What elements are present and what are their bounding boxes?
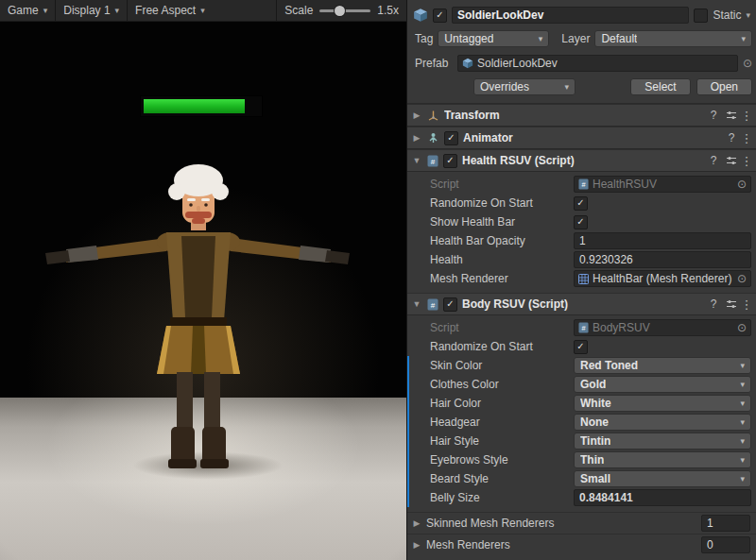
mesh-renderers-foldout[interactable]: ▶ Mesh Renderers [407, 534, 756, 555]
dropdown-value: Thin [580, 453, 604, 467]
scale-slider-knob[interactable] [335, 6, 345, 16]
open-button-label: Open [711, 80, 738, 93]
skinned-mesh-renderers-count[interactable] [701, 515, 750, 532]
presets-icon[interactable] [725, 298, 738, 310]
aspect-dropdown[interactable]: Free Aspect ▾ [128, 0, 277, 21]
chevron-down-icon: ▾ [741, 34, 746, 43]
show-health-bar-row: Show Health Bar ✓ [407, 212, 756, 231]
script-name: HealthRSUV [593, 178, 733, 191]
kebab-menu-icon[interactable]: ⋮ [743, 131, 750, 145]
prefab-object-field[interactable]: SoldierLookDev [457, 55, 738, 72]
field-label: Script [407, 178, 574, 191]
check-icon: ✓ [576, 198, 584, 208]
help-icon[interactable]: ? [707, 154, 720, 167]
skin-color-row: Skin Color Red Toned ▾ [407, 356, 756, 375]
script-icon: # [427, 155, 438, 167]
headgear-dropdown[interactable]: None ▾ [574, 414, 751, 431]
chevron-down-icon: ▾ [740, 417, 745, 427]
help-icon[interactable]: ? [707, 297, 720, 311]
layer-dropdown[interactable]: Default ▾ [594, 30, 752, 47]
skin-color-dropdown[interactable]: Red Toned ▾ [574, 357, 751, 374]
game-view-pane: Game ▾ Display 1 ▾ Free Aspect ▾ Scale 1… [0, 0, 407, 560]
foldout-icon[interactable]: ▼ [411, 156, 422, 165]
randomize-on-start-checkbox[interactable]: ✓ [574, 196, 588, 211]
foldout-icon[interactable]: ▶ [411, 540, 422, 550]
gameobject-name-input[interactable] [452, 7, 689, 24]
skinned-mesh-renderers-foldout[interactable]: ▶ Skinned Mesh Renderers [407, 512, 756, 534]
select-button[interactable]: Select [630, 78, 690, 95]
component-title: Body RSUV (Script) [462, 297, 702, 311]
game-tab-dropdown[interactable]: Game ▾ [0, 0, 56, 21]
display-dropdown[interactable]: Display 1 ▾ [56, 0, 128, 21]
health-bar-opacity-input[interactable] [574, 232, 751, 249]
body-enabled-checkbox[interactable]: ✓ [443, 297, 457, 312]
hair-style-dropdown[interactable]: Tintin ▾ [574, 433, 751, 450]
belly-size-row: Belly Size [407, 488, 756, 507]
object-picker-icon[interactable]: ⊙ [737, 272, 747, 285]
object-picker-icon[interactable]: ⊙ [737, 178, 747, 191]
clothes-color-dropdown[interactable]: Gold ▾ [574, 376, 751, 393]
script-object-field: # BodyRSUV ⊙ [574, 319, 751, 336]
animator-enabled-checkbox[interactable]: ✓ [444, 131, 458, 145]
overrides-dropdown[interactable]: Overrides ▾ [473, 78, 576, 95]
chevron-down-icon: ▾ [740, 399, 745, 408]
kebab-menu-icon[interactable]: ⋮ [743, 154, 750, 168]
kebab-menu-icon[interactable]: ⋮ [743, 297, 750, 312]
component-title: Animator [463, 131, 720, 144]
foldout-icon[interactable]: ▼ [411, 299, 422, 309]
animator-component-header[interactable]: ▶ ✓ Animator ? ⋮ [407, 127, 756, 149]
help-icon[interactable]: ? [725, 131, 738, 144]
dropdown-value: Tintin [580, 434, 610, 448]
display-label: Display 1 [63, 4, 110, 17]
prefab-override-indicator [407, 432, 409, 450]
health-rsuv-component-header[interactable]: ▼ # ✓ Health RSUV (Script) ? ⋮ [407, 149, 756, 172]
static-checkbox[interactable] [694, 8, 708, 23]
presets-icon[interactable] [725, 110, 738, 121]
foldout-icon[interactable]: ▶ [411, 110, 422, 120]
health-input[interactable] [574, 251, 751, 268]
prefab-override-indicator [407, 469, 409, 488]
mesh-renderer-object-field[interactable]: HealthBar (Mesh Renderer) ⊙ [574, 270, 751, 287]
body-rsuv-component-header[interactable]: ▼ # ✓ Body RSUV (Script) ? ⋮ [407, 293, 756, 315]
scale-slider[interactable] [319, 9, 370, 12]
chevron-down-icon: ▾ [115, 6, 120, 15]
check-icon: ✓ [576, 217, 584, 227]
show-health-bar-checkbox[interactable]: ✓ [574, 215, 588, 229]
object-picker-icon[interactable]: ⊙ [737, 321, 747, 334]
foldout-icon[interactable]: ▶ [411, 518, 422, 528]
field-label: Clothes Color [407, 378, 574, 391]
help-icon[interactable]: ? [707, 109, 720, 122]
mesh-renderer-row: Mesh Renderer HealthBar (Mesh Renderer) … [407, 269, 756, 288]
chevron-down-icon: ▾ [539, 34, 543, 43]
open-button[interactable]: Open [696, 78, 752, 95]
tag-dropdown[interactable]: Untagged ▾ [438, 30, 549, 47]
script-row: Script # BodyRSUV ⊙ [407, 318, 756, 337]
chevron-down-icon: ▾ [740, 474, 745, 484]
check-icon: ✓ [436, 10, 443, 20]
animator-icon [427, 132, 439, 144]
game-viewport[interactable] [0, 22, 406, 560]
headgear-row: Headgear None ▾ [407, 413, 756, 432]
prefab-override-indicator [407, 450, 409, 469]
gameobject-header-row: ✓ Static ▾ [411, 5, 752, 25]
chevron-down-icon: ▾ [740, 436, 745, 446]
tag-label: Tag [415, 32, 433, 45]
foldout-icon[interactable]: ▶ [411, 133, 422, 143]
beard-style-dropdown[interactable]: Small ▾ [574, 470, 751, 487]
object-picker-icon[interactable]: ⊙ [743, 57, 752, 70]
kebab-menu-icon[interactable]: ⋮ [743, 109, 750, 123]
mesh-renderers-count[interactable] [701, 536, 750, 553]
transform-component-header[interactable]: ▶ Transform ? ⋮ [407, 104, 756, 127]
presets-icon[interactable] [725, 155, 738, 166]
active-checkbox[interactable]: ✓ [433, 8, 447, 23]
eyebrows-style-dropdown[interactable]: Thin ▾ [574, 451, 751, 468]
randomize-on-start-checkbox[interactable]: ✓ [574, 340, 588, 354]
static-flags-chevron-icon[interactable]: ▾ [746, 10, 750, 20]
svg-text:#: # [431, 157, 436, 165]
script-icon: # [578, 178, 589, 190]
script-icon: # [427, 298, 438, 311]
field-label: Beard Style [407, 472, 574, 485]
health-enabled-checkbox[interactable]: ✓ [443, 154, 457, 168]
belly-size-input[interactable] [574, 489, 751, 506]
hair-color-dropdown[interactable]: White ▾ [574, 395, 751, 412]
